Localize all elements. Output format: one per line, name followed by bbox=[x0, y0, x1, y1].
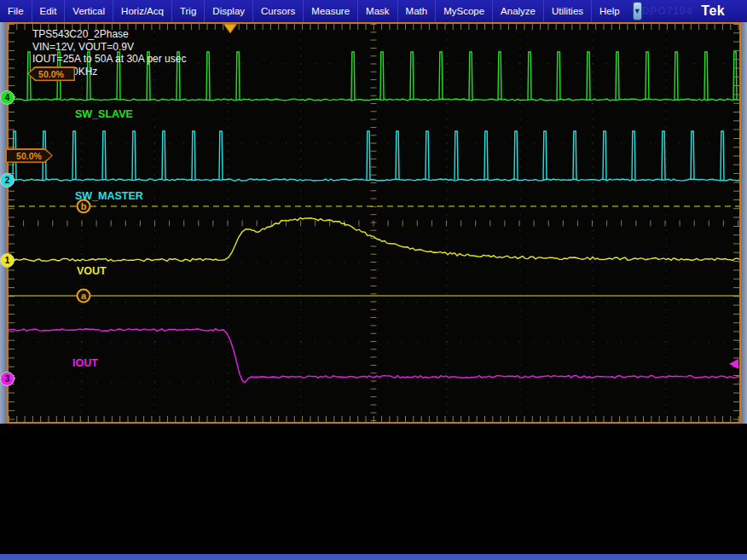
menu-help[interactable]: Help bbox=[592, 0, 628, 22]
oscilloscope-window: File Edit Vertical Horiz/Acq Trig Displa… bbox=[0, 0, 747, 560]
menu-display[interactable]: Display bbox=[205, 0, 253, 22]
menu-dropdown-button[interactable]: ▼ bbox=[633, 2, 642, 20]
menu-math[interactable]: Math bbox=[398, 0, 437, 22]
model-label: DPO7104 bbox=[642, 5, 693, 17]
trigger-level-arrow bbox=[729, 359, 738, 369]
menu-trig[interactable]: Trig bbox=[172, 0, 205, 22]
menu-file[interactable]: File bbox=[0, 0, 32, 22]
menu-horiz-acq[interactable]: Horiz/Acq bbox=[113, 0, 172, 22]
waveform-display[interactable]: SW_SLAVESW_MASTERVOUTIOUTba TPS543C20_2P… bbox=[7, 22, 741, 424]
menu-cursors[interactable]: Cursors bbox=[253, 0, 304, 22]
right-frame bbox=[741, 22, 747, 424]
trigger-position-marker bbox=[223, 24, 237, 33]
channel-3-ref-marker[interactable]: 3 bbox=[0, 372, 14, 386]
trace-label-c4: SW_SLAVE bbox=[75, 108, 133, 120]
trace-label-c1: VOUT bbox=[77, 265, 107, 277]
channel-2-ref-marker[interactable]: 2 bbox=[0, 173, 14, 188]
channel-1-ref-marker[interactable]: 1 bbox=[0, 253, 14, 268]
trace-label-c3: IOUT bbox=[72, 357, 98, 369]
menu-analyze[interactable]: Analyze bbox=[493, 0, 544, 22]
annotation-line: VIN=12V, VOUT=0.9V bbox=[32, 41, 186, 54]
left-frame bbox=[0, 22, 7, 424]
readout-area: C1 50.0mV Offset:900mV 1MΩ BW:20.0M C2 1… bbox=[0, 424, 747, 554]
duty-marker-badge[interactable]: 50.0% bbox=[27, 66, 75, 81]
trace-c3 bbox=[9, 329, 739, 383]
annotation-line: IOUT=25A to 50A at 30A per usec bbox=[32, 53, 186, 66]
menu-myscope[interactable]: MyScope bbox=[436, 0, 493, 22]
menu-edit[interactable]: Edit bbox=[32, 0, 66, 22]
trace-c2 bbox=[9, 131, 739, 181]
menu-mask[interactable]: Mask bbox=[358, 0, 397, 22]
annotation-line: TPS543C20_2Phase bbox=[32, 28, 186, 41]
svg-text:a: a bbox=[81, 291, 87, 301]
scope-graticule: SW_SLAVESW_MASTERVOUTIOUTba bbox=[9, 24, 739, 422]
tek-logo: Tek bbox=[701, 3, 725, 19]
menu-utilities[interactable]: Utilities bbox=[544, 0, 592, 22]
duty-marker-badge[interactable]: 50.0% bbox=[5, 148, 53, 163]
menu-measure[interactable]: Measure bbox=[304, 0, 358, 22]
channel-4-ref-marker[interactable]: 4 bbox=[0, 90, 14, 105]
menu-bar: File Edit Vertical Horiz/Acq Trig Displa… bbox=[0, 0, 747, 22]
menu-vertical[interactable]: Vertical bbox=[65, 0, 113, 22]
svg-text:b: b bbox=[81, 201, 87, 211]
bottom-frame bbox=[0, 554, 747, 560]
